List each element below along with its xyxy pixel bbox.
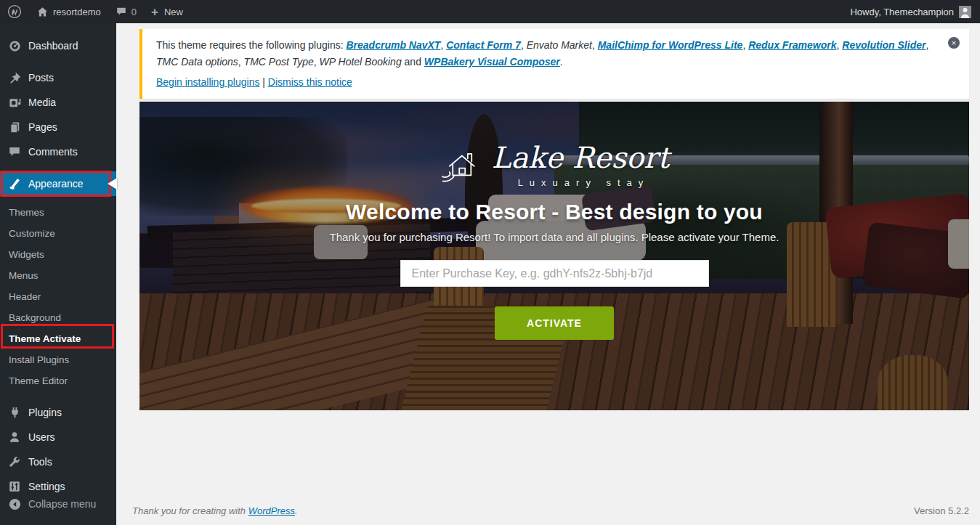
plugin-link[interactable]: MailChimp for WordPress Lite (598, 39, 743, 51)
dismiss-notice-icon[interactable]: × (948, 37, 960, 49)
admin-footer: Thank you for creating with WordPress. V… (116, 500, 980, 525)
version-label: Version 5.2.2 (914, 505, 969, 516)
activate-button[interactable]: ACTIVATE (495, 306, 614, 340)
site-name-menu[interactable]: resortdemo (29, 0, 108, 23)
sidebar-subitem-header[interactable]: Header (0, 286, 116, 307)
sidebar-label: Comments (28, 146, 78, 158)
sidebar-item-plugins[interactable]: Plugins (0, 400, 116, 425)
wordpress-link[interactable]: WordPress (248, 505, 295, 516)
plugin-link[interactable]: WPBakery Visual Composer (424, 56, 560, 68)
plugin-icon (7, 406, 22, 420)
dashboard-icon (7, 39, 22, 53)
sidebar-subitem-install-plugins[interactable]: Install Plugins (0, 349, 116, 370)
sidebar-item-dashboard[interactable]: Dashboard (0, 33, 116, 58)
sidebar-label: Appearance (28, 178, 84, 190)
sidebar-label: Users (28, 431, 55, 443)
pages-icon (7, 121, 22, 134)
welcome-subheading: Thank you for purchasing Resort! To impo… (330, 231, 779, 243)
sidebar-label: Tools (28, 456, 52, 468)
theme-activate-hero: Lake Resort Luxuary stay Welcome to Reso… (139, 102, 969, 410)
avatar (959, 6, 971, 18)
main-content: This theme requires the following plugin… (116, 23, 980, 525)
plus-icon: + (151, 6, 158, 18)
sidebar-subitem-theme-activate[interactable]: Theme Activate (0, 328, 116, 349)
sidebar-item-tools[interactable]: Tools (0, 449, 116, 474)
plugin-name: Envato Market (527, 39, 592, 51)
logo-subtitle: Luxuary stay (492, 177, 670, 188)
site-name-label: resortdemo (53, 7, 101, 17)
menu-pointer-arrow (108, 178, 117, 190)
sidebar-subitem-customize[interactable]: Customize (0, 223, 116, 244)
new-label: New (164, 7, 183, 17)
theme-logo: Lake Resort Luxuary stay (440, 142, 670, 188)
collapse-menu-button[interactable]: Collapse menu (0, 492, 116, 516)
admin-bar: resortdemo 0 + New Howdy, Themechampion (0, 0, 980, 23)
notice-intro: This theme requires the following plugin… (156, 39, 346, 51)
sidebar-label: Settings (28, 481, 65, 492)
sidebar-item-media[interactable]: Media (0, 90, 116, 115)
house-logo-icon (440, 147, 482, 184)
sidebar-subitem-background[interactable]: Background (0, 307, 116, 328)
plugin-link[interactable]: Redux Framework (748, 39, 836, 51)
sidebar-item-pages[interactable]: Pages (0, 115, 116, 139)
wordpress-logo-icon (7, 4, 22, 19)
sidebar-item-appearance[interactable]: Appearance (0, 171, 116, 196)
sidebar-label: Plugins (28, 407, 62, 418)
appearance-submenu: Themes Customize Widgets Menus Header Ba… (0, 196, 116, 399)
comment-bubble-icon (116, 6, 127, 17)
notice-actions: Begin installing plugins | Dismiss this … (156, 74, 934, 91)
sidebar-label: Media (28, 97, 56, 108)
comment-count: 0 (131, 7, 137, 17)
account-menu[interactable]: Howdy, Themechampion (841, 0, 980, 23)
sidebar-item-posts[interactable]: Posts (0, 65, 116, 90)
admin-sidebar: Dashboard Posts Media Pages Comments App… (0, 23, 116, 525)
purchase-key-input[interactable] (400, 260, 709, 287)
sidebar-label: Posts (28, 72, 54, 84)
plugin-link[interactable]: Revolution Slider (842, 39, 926, 51)
pushpin-icon (7, 71, 22, 85)
sidebar-subitem-menus[interactable]: Menus (0, 265, 116, 286)
sidebar-subitem-themes[interactable]: Themes (0, 202, 116, 223)
sidebar-label: Pages (28, 121, 57, 133)
plugin-name: WP Hotel Booking (320, 56, 402, 68)
hero-content: Lake Resort Luxuary stay Welcome to Reso… (139, 102, 969, 410)
plugin-link[interactable]: Breadcrumb NavXT (346, 39, 440, 51)
new-menu[interactable]: + New (144, 0, 190, 23)
media-icon (7, 96, 22, 110)
sidebar-label: Dashboard (28, 40, 78, 52)
dismiss-notice-link[interactable]: Dismiss this notice (268, 76, 352, 88)
welcome-heading: Welcome to Resort - Best design to you (346, 200, 763, 224)
wrench-icon (7, 455, 22, 468)
footer-thanks: Thank you for creating with WordPress. (132, 505, 298, 516)
sidebar-item-users[interactable]: Users (0, 425, 116, 449)
plugin-name: TMC Data options (156, 56, 238, 68)
sidebar-item-comments[interactable]: Comments (0, 139, 116, 164)
begin-installing-plugins-link[interactable]: Begin installing plugins (156, 76, 259, 88)
sidebar-subitem-widgets[interactable]: Widgets (0, 244, 116, 265)
comments-menu[interactable]: 0 (108, 0, 144, 23)
appearance-brush-icon (7, 177, 22, 191)
plugin-link[interactable]: Contact Form 7 (446, 39, 521, 51)
home-icon (36, 6, 49, 18)
user-icon (7, 431, 22, 444)
plugin-name: TMC Post Type (244, 56, 314, 68)
sidebar-label: Collapse menu (28, 498, 96, 510)
howdy-label: Howdy, Themechampion (850, 7, 954, 17)
sidebar-subitem-theme-editor[interactable]: Theme Editor (0, 370, 116, 391)
collapse-arrow-icon (7, 497, 22, 511)
wordpress-logo-menu[interactable] (0, 0, 29, 23)
plugins-required-notice: This theme requires the following plugin… (139, 29, 969, 99)
logo-title: Lake Resort (492, 142, 670, 173)
comments-icon (7, 145, 22, 158)
